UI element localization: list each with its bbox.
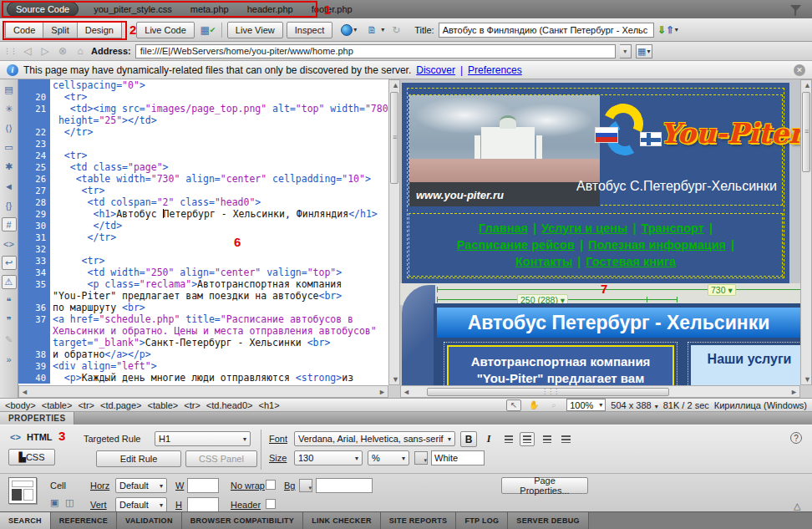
live-code-button[interactable]: Live Code [136, 22, 195, 38]
edit-rule-button[interactable]: Edit Rule [96, 450, 181, 467]
width-input[interactable] [187, 478, 219, 493]
results-tab-search[interactable]: SEARCH [0, 512, 51, 529]
table-width-menu[interactable]: 730 ▾ [708, 284, 736, 296]
remove-comment-icon[interactable]: ❞ [2, 313, 17, 328]
design-banner[interactable]: www.you-piter.ru You-Piter Автобус С.Пет… [409, 94, 783, 206]
document-title-input[interactable]: Автобус в Финляндию (Санкт Петербург - Х… [439, 23, 654, 38]
apply-comment-icon[interactable]: ❝ [2, 294, 17, 308]
select-tool-icon[interactable]: ↖ [506, 399, 521, 411]
bg-color-swatch[interactable]: ▾ [299, 479, 312, 492]
design-nav-link[interactable]: Гостевая книга [586, 255, 676, 268]
size-unit-dropdown[interactable]: %▾ [368, 450, 409, 465]
design-horizontal-scrollbar[interactable]: ◄ ► [400, 385, 800, 398]
code-vertical-scrollbar[interactable]: ▲ ▼ [388, 79, 400, 385]
home-icon[interactable]: ⌂ [74, 45, 87, 57]
close-infobar-icon[interactable]: ✕ [794, 64, 805, 76]
help-icon[interactable]: ? [790, 432, 802, 444]
zoom-tool-icon[interactable]: ⌕ [546, 399, 561, 411]
discover-link[interactable]: Discover [416, 64, 455, 76]
magnification-dropdown[interactable]: 100%▾ [566, 399, 606, 411]
tag-selector-item[interactable]: <table> [42, 400, 73, 410]
design-nav-link[interactable]: Услуги и цены [541, 221, 627, 235]
address-dropdown-icon[interactable]: ▾ [620, 44, 632, 58]
header-checkbox[interactable] [266, 499, 276, 509]
filter-related-files-icon[interactable] [790, 5, 801, 13]
results-tab-ftp-log[interactable]: FTP LOG [456, 512, 508, 529]
more-coding-tools-icon[interactable]: » [2, 352, 17, 366]
preferences-link[interactable]: Preferences [468, 64, 522, 76]
back-icon[interactable]: ◁ [21, 45, 34, 57]
no-wrap-checkbox[interactable] [266, 480, 276, 490]
text-color-input[interactable]: White [431, 450, 485, 465]
results-tab-server-debug[interactable]: SERVER DEBUG [508, 512, 588, 529]
design-nav-link[interactable]: Расписание рейсов [457, 238, 575, 252]
italic-button[interactable]: I [480, 431, 497, 447]
split-cell-icon[interactable]: ◫ [65, 497, 74, 508]
design-nav-link[interactable]: Полезная информация [588, 238, 726, 252]
horz-dropdown[interactable]: Default▾ [115, 478, 167, 493]
merge-cells-icon[interactable]: ▣ [50, 497, 58, 508]
results-tab-site-reports[interactable]: SITE REPORTS [381, 512, 457, 529]
tag-selector-item[interactable]: <tr> [78, 400, 94, 410]
results-tab-validation[interactable]: VALIDATION [117, 512, 182, 529]
tag-selector-item[interactable]: <td.head0> [206, 400, 253, 410]
design-view[interactable]: www.you-piter.ru You-Piter Автобус С.Пет… [400, 79, 800, 385]
tag-selector-item[interactable]: <body> [5, 400, 36, 410]
design-h1-heading[interactable]: Автобус Петербург - Хельсинки [437, 308, 800, 338]
inspect-button[interactable]: Inspect [287, 22, 332, 38]
design-vertical-scrollbar[interactable]: ▲ ▼ [800, 79, 812, 385]
address-input[interactable]: file:///E|/WebServers/home/you-piter/www… [135, 44, 616, 58]
balance-braces-icon[interactable]: {} [2, 198, 17, 212]
results-tab-link-checker[interactable]: LINK CHECKER [303, 512, 381, 529]
expand-all-icon[interactable]: ✱ [2, 160, 17, 174]
promo-text-box[interactable]: Автотранспортная компания "You-Piter" пр… [447, 345, 674, 385]
stop-icon[interactable]: ⊗ [56, 45, 69, 57]
tag-selector-item[interactable]: <table> [148, 400, 179, 410]
align-center-icon[interactable] [520, 432, 535, 446]
view-options-icon[interactable]: ▦▾ [636, 44, 652, 58]
tag-selector-item[interactable]: <tr> [184, 400, 200, 410]
collapse-full-tag-icon[interactable]: ⟨⟩ [2, 121, 17, 135]
design-nav-link[interactable]: Контакты [515, 255, 572, 268]
refresh-design-view-icon[interactable]: ↻ [389, 24, 403, 36]
html-mode-button[interactable]: HTML [27, 432, 53, 442]
css-mode-button[interactable]: ▙ CSS [8, 449, 55, 465]
height-input[interactable] [187, 497, 219, 512]
hand-tool-icon[interactable]: ✋ [526, 399, 541, 411]
collapse-selection-icon[interactable]: ▭ [2, 140, 17, 155]
targeted-rule-dropdown[interactable]: H1▾ [155, 431, 251, 446]
format-source-code-icon[interactable]: ✎ [2, 333, 17, 347]
forward-icon[interactable]: ▷ [38, 45, 52, 57]
bg-color-input[interactable] [316, 478, 373, 493]
syntax-error-alerts-icon[interactable]: ⚠ [2, 275, 17, 289]
design-nav-link[interactable]: Транспорт [641, 221, 703, 235]
tag-selector-item[interactable]: <td.page> [100, 400, 142, 410]
page-properties-button[interactable]: Page Properties... [501, 477, 588, 494]
vert-dropdown[interactable]: Default▾ [115, 497, 167, 512]
code-horizontal-scrollbar[interactable]: ◄► [18, 385, 388, 398]
related-file-tab[interactable]: footer.php [312, 4, 353, 14]
services-box[interactable]: Наши услуги [691, 345, 800, 385]
text-color-swatch[interactable]: ▾ [414, 451, 428, 465]
design-nav-link[interactable]: Главная [479, 221, 528, 235]
size-dropdown[interactable]: 130▾ [294, 450, 363, 465]
results-tab-browser-compatibility[interactable]: BROWSER COMPATIBILITY [182, 512, 303, 529]
collapse-panel-icon[interactable]: △ [794, 501, 800, 511]
results-tab-reference[interactable]: REFERENCE [51, 512, 117, 529]
line-numbers-icon[interactable]: # [2, 217, 17, 231]
window-size-dropdown[interactable]: 504 x 388 ▾ [611, 400, 657, 410]
tag-selector-item[interactable]: <h1> [259, 400, 280, 410]
align-justify-icon[interactable] [558, 432, 573, 446]
code-view[interactable]: cellspacing="0">20 <tr>21 <td><img src="… [18, 79, 388, 385]
highlight-invalid-code-icon[interactable]: <> [2, 237, 17, 251]
file-management-icon[interactable]: ⇓⇑▾ [657, 24, 678, 36]
preview-in-browser-icon[interactable]: ▾ [341, 24, 357, 36]
css-panel-button[interactable]: CSS Panel [185, 450, 257, 467]
word-wrap-icon[interactable]: ↩ [2, 256, 17, 270]
open-documents-icon[interactable]: ▤ [2, 83, 17, 97]
align-left-icon[interactable] [501, 432, 516, 446]
align-right-icon[interactable] [540, 432, 555, 446]
bold-button[interactable]: B [460, 431, 477, 447]
live-view-button[interactable]: Live View [227, 22, 283, 38]
check-browser-compatibility-icon[interactable]: ▦✔ [200, 23, 216, 38]
